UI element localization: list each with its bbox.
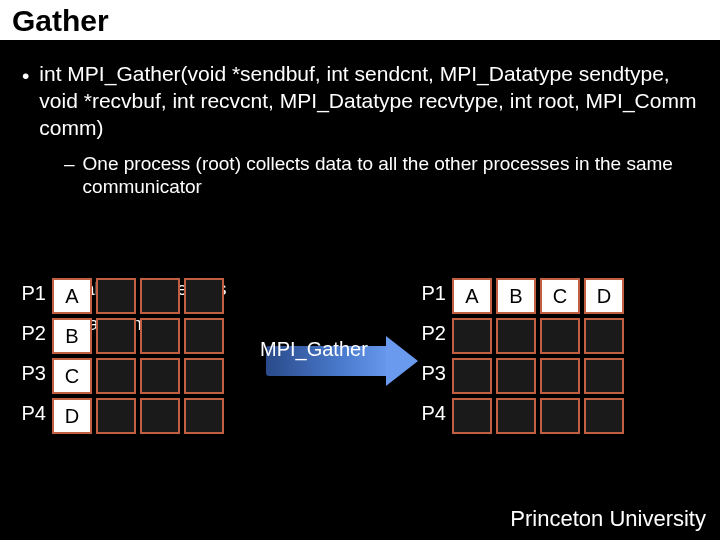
cell: C (540, 278, 580, 314)
cell (184, 318, 224, 354)
cell (452, 398, 492, 434)
cell (452, 318, 492, 354)
cell: A (452, 278, 492, 314)
cell (184, 278, 224, 314)
cell (140, 398, 180, 434)
right-grid: A B C D (452, 278, 624, 434)
cell (496, 318, 536, 354)
label-left-p2: P2 (16, 322, 46, 345)
footer: Princeton University (510, 506, 706, 532)
cell (184, 398, 224, 434)
label-right-p1: P1 (416, 282, 446, 305)
cell: D (52, 398, 92, 434)
cell: C (52, 358, 92, 394)
sub-bullet-text: One process (root) collects data to all … (83, 152, 698, 200)
cell (584, 358, 624, 394)
function-signature: int MPI_Gather(void *sendbuf, int sendcn… (39, 61, 698, 142)
cell: A (52, 278, 92, 314)
diagram: all the processes arguments P1 P2 P3 P4 … (20, 278, 700, 498)
cell (184, 358, 224, 394)
cell (96, 278, 136, 314)
cell (496, 398, 536, 434)
cell: B (496, 278, 536, 314)
content-area: • int MPI_Gather(void *sendbuf, int send… (0, 43, 720, 199)
cell (140, 358, 180, 394)
cell (584, 398, 624, 434)
left-grid: A B C D (52, 278, 224, 434)
cell (140, 318, 180, 354)
arrow-head-icon (386, 336, 418, 386)
cell (496, 358, 536, 394)
cell (452, 358, 492, 394)
label-left-p1: P1 (16, 282, 46, 305)
signature-bullet: • int MPI_Gather(void *sendbuf, int send… (22, 61, 698, 142)
cell (540, 398, 580, 434)
title-bar: Gather (0, 0, 720, 43)
bullet-icon: • (22, 63, 29, 90)
label-right-p4: P4 (416, 402, 446, 425)
cell (584, 318, 624, 354)
cell (540, 318, 580, 354)
cell (140, 278, 180, 314)
page-title: Gather (12, 4, 708, 38)
label-left-p4: P4 (16, 402, 46, 425)
cell (96, 358, 136, 394)
cell: B (52, 318, 92, 354)
sub-bullet-1: – One process (root) collects data to al… (64, 152, 698, 200)
arrow-label: MPI_Gather (260, 338, 368, 361)
cell (540, 358, 580, 394)
label-left-p3: P3 (16, 362, 46, 385)
cell (96, 318, 136, 354)
cell (96, 398, 136, 434)
dash-icon: – (64, 152, 75, 176)
cell: D (584, 278, 624, 314)
